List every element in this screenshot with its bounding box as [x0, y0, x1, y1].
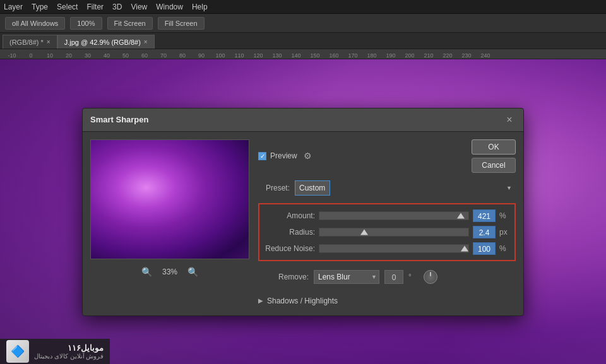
menu-type[interactable]: Type	[32, 3, 48, 11]
radius-value[interactable]: 2.4	[473, 226, 496, 238]
ok-button[interactable]: OK	[472, 139, 516, 155]
shadows-arrow-icon: ▶	[258, 297, 263, 304]
preset-select[interactable]: Default Custom	[295, 180, 330, 196]
shadows-label: Shadows / Highlights	[267, 296, 338, 305]
noise-row: Reduce Noise: 100 %	[264, 242, 509, 255]
ruler-mark: 40	[97, 52, 116, 59]
watermark-tagline: فروش آنلاین کالای دیجیتال	[34, 353, 104, 360]
noise-slider[interactable]	[319, 244, 469, 253]
preview-label: Preview	[270, 151, 297, 160]
noise-label: Reduce Noise:	[264, 244, 315, 253]
ruler-mark: 150	[306, 52, 324, 59]
fill-screen-button[interactable]: Fill Screen	[158, 17, 205, 30]
preset-label: Preset:	[258, 184, 290, 192]
toolbar: oll All Windows 100% Fit Screen Fill Scr…	[0, 14, 606, 33]
ruler-mark: 110	[230, 52, 249, 59]
radius-thumb[interactable]	[360, 229, 368, 235]
preview-checkbox[interactable]: ✓	[258, 152, 266, 160]
tab-jpg-close[interactable]: ×	[144, 38, 148, 45]
remove-row: Remove: Gaussian Blur Lens Blur Motion B…	[258, 270, 516, 284]
menu-view[interactable]: View	[131, 3, 147, 11]
top-row: ✓ Preview ⚙ OK Cancel	[258, 139, 516, 173]
canvas-area: Smart Sharpen × 🔍 33% 🔍	[0, 59, 606, 364]
preview-panel: 🔍 33% 🔍	[90, 139, 249, 308]
ruler-mark: 190	[381, 52, 400, 59]
menubar: Layer Type Select Filter 3D View Window …	[0, 0, 606, 14]
zoom-out-icon[interactable]: 🔍	[141, 267, 152, 277]
remove-label: Remove:	[258, 273, 309, 281]
noise-thumb[interactable]	[461, 245, 468, 251]
fit-screen-button[interactable]: Fit Screen	[107, 17, 153, 30]
ruler-mark: 70	[154, 52, 173, 59]
radius-label: Radius:	[264, 228, 315, 237]
ruler-mark: 210	[419, 52, 438, 59]
menu-help[interactable]: Help	[192, 3, 208, 11]
dialog-titlebar: Smart Sharpen ×	[83, 109, 523, 132]
preview-controls: 🔍 33% 🔍	[90, 264, 249, 279]
gear-icon[interactable]: ⚙	[304, 151, 312, 161]
ruler-mark: 200	[400, 52, 419, 59]
menu-filter[interactable]: Filter	[86, 3, 104, 11]
watermark-brand: موبایل۱۱۶	[34, 343, 104, 353]
ruler-mark: 140	[287, 52, 306, 59]
shadows-row[interactable]: ▶ Shadows / Highlights	[258, 294, 516, 308]
ruler-mark: 170	[343, 52, 362, 59]
tab-jpg-label: J.jpg @ 42.9% (RGB/8#)	[64, 38, 141, 46]
menu-window[interactable]: Window	[156, 3, 183, 11]
ruler-mark: 220	[438, 52, 457, 59]
amount-slider[interactable]	[319, 211, 469, 220]
preview-image-inner	[91, 140, 249, 259]
tabs-bar: (RGB/8#) * × J.jpg @ 42.9% (RGB/8#) ×	[0, 33, 606, 49]
preview-image[interactable]	[90, 139, 249, 259]
ruler-mark: 20	[59, 52, 78, 59]
menu-layer[interactable]: Layer	[4, 3, 23, 11]
ruler-mark: -10	[3, 52, 21, 59]
preset-row: Preset: Default Custom	[258, 180, 516, 196]
ruler-mark: 130	[268, 52, 287, 59]
radius-slider[interactable]	[319, 228, 469, 237]
radius-unit: px	[499, 228, 509, 237]
ruler-mark: 160	[324, 52, 343, 59]
dialog-title: Smart Sharpen	[90, 115, 148, 124]
tab-rgb-label: (RGB/8#) *	[9, 38, 44, 46]
btn-group: OK Cancel	[472, 139, 516, 173]
angle-unit: °	[408, 273, 419, 281]
amount-unit: %	[499, 211, 509, 220]
watermark-logo: 🔷	[6, 340, 29, 363]
noise-unit: %	[499, 244, 509, 253]
ruler-mark: 240	[476, 52, 495, 59]
menu-select[interactable]: Select	[57, 3, 78, 11]
tab-jpg[interactable]: J.jpg @ 42.9% (RGB/8#) ×	[57, 35, 155, 49]
zoom-level: 33%	[162, 267, 177, 276]
dialog-overlay: Smart Sharpen × 🔍 33% 🔍	[0, 59, 606, 364]
ruler-mark: 10	[40, 52, 59, 59]
menu-3d[interactable]: 3D	[112, 3, 122, 11]
angle-dial[interactable]	[424, 270, 437, 284]
ruler: -10 0 10 20 30 40 50 60 70 80 90 100 110…	[0, 49, 606, 59]
cancel-button[interactable]: Cancel	[472, 158, 516, 173]
preset-select-wrapper: Default Custom	[295, 180, 516, 196]
watermark: 🔷 موبایل۱۱۶ فروش آنلاین کالای دیجیتال	[0, 339, 110, 364]
settings-panel: ✓ Preview ⚙ OK Cancel Preset:	[258, 139, 516, 308]
ruler-mark: 50	[116, 52, 135, 59]
noise-value[interactable]: 100	[473, 242, 496, 255]
smart-sharpen-dialog: Smart Sharpen × 🔍 33% 🔍	[82, 108, 524, 316]
ruler-mark: 180	[362, 52, 381, 59]
zoom-100-button[interactable]: 100%	[70, 17, 102, 30]
ruler-mark: 80	[173, 52, 192, 59]
ruler-mark: 230	[457, 52, 476, 59]
tab-rgb[interactable]: (RGB/8#) * ×	[3, 35, 57, 49]
ruler-mark: 60	[135, 52, 154, 59]
zoom-in-icon[interactable]: 🔍	[187, 267, 198, 277]
close-button[interactable]: ×	[503, 114, 516, 126]
amount-thumb[interactable]	[457, 213, 465, 218]
all-windows-button[interactable]: oll All Windows	[5, 17, 65, 30]
amount-value[interactable]: 421	[473, 209, 496, 222]
ruler-mark: 120	[249, 52, 268, 59]
ruler-marks: -10 0 10 20 30 40 50 60 70 80 90 100 110…	[0, 49, 606, 59]
remove-select[interactable]: Gaussian Blur Lens Blur Motion Blur	[314, 270, 379, 284]
ruler-mark: 90	[192, 52, 211, 59]
tab-rgb-close[interactable]: ×	[47, 38, 50, 45]
ruler-mark: 0	[21, 52, 40, 59]
remove-select-wrapper: Gaussian Blur Lens Blur Motion Blur	[314, 270, 379, 284]
